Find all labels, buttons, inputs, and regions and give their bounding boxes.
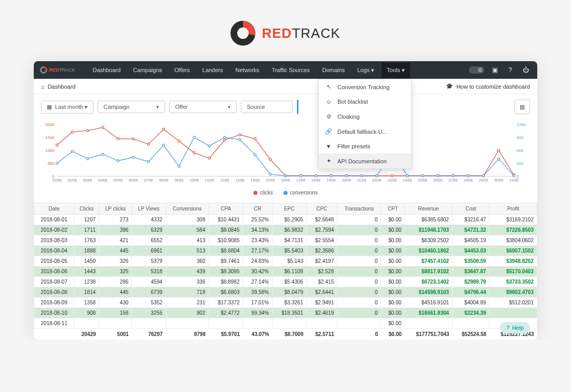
table-row[interactable]: 2018-08-0317634216552413$10.908523.43%$4…: [34, 235, 537, 246]
columns-button[interactable]: ▥: [514, 100, 530, 114]
logo-icon: [230, 21, 255, 46]
source-filter[interactable]: Source: [241, 101, 293, 113]
legend-dot-conversions: [283, 191, 288, 195]
tools-menu-api-documentation[interactable]: ✦API Documentation: [319, 153, 411, 169]
svg-text:900: 900: [516, 135, 524, 140]
campaign-filter[interactable]: Campaign▼: [98, 101, 165, 113]
svg-text:05/08: 05/08: [114, 178, 123, 182]
col-profit[interactable]: Profit: [490, 203, 537, 215]
col-transactions[interactable]: Transactions: [337, 203, 381, 215]
svg-point-50: [178, 140, 180, 142]
col-clicks[interactable]: Clicks: [74, 203, 99, 215]
col-conversions[interactable]: Conversions: [166, 203, 209, 215]
tools-menu-bot-blacklist[interactable]: ☺Bot blacklist: [319, 94, 411, 109]
chart-legend: clicks conversions: [41, 188, 530, 198]
svg-point-49: [162, 128, 165, 130]
table-row[interactable]: 2018-08-0712382864594336$8.898227.14%$5.…: [34, 277, 537, 287]
svg-point-48: [147, 143, 149, 145]
table-row[interactable]: 2018-08-0418884456961513$8.680427.17%$5.…: [34, 246, 537, 256]
nav-item-logs-[interactable]: Logs ▾: [352, 63, 379, 78]
nav-item-tools-[interactable]: Tools ▾: [382, 63, 410, 78]
nav-item-campaigns[interactable]: Campaigns: [128, 63, 167, 78]
col-cost[interactable]: Cost: [452, 203, 489, 215]
offer-filter[interactable]: Offer▼: [169, 101, 237, 113]
tools-menu-filter-presets[interactable]: ▼Filter presets: [319, 139, 411, 153]
svg-point-43: [71, 131, 73, 133]
table-row[interactable]: 2018-08-0112072734332308$10.443125.52%$5…: [34, 215, 537, 225]
date-filter[interactable]: ▦ Last month ▾: [41, 101, 93, 114]
svg-text:1500: 1500: [45, 135, 55, 140]
data-table: DateClicksLP clicksLP ViewsConversionsCP…: [34, 203, 537, 340]
col-cpa[interactable]: CPA: [209, 203, 243, 215]
nav-brand[interactable]: REDTRACK: [40, 66, 75, 74]
help-button[interactable]: ? Help: [500, 322, 530, 333]
svg-text:03/08: 03/08: [83, 178, 92, 182]
nav-item-domains[interactable]: Domains: [317, 63, 350, 78]
user-pill[interactable]: ⚙: [469, 66, 484, 74]
svg-text:1000: 1000: [45, 148, 55, 153]
col-lp-clicks[interactable]: LP clicks: [99, 203, 132, 215]
svg-text:30/08: 30/08: [494, 178, 504, 182]
block-icon: ⊘: [325, 113, 332, 120]
svg-text:08/08: 08/08: [159, 178, 169, 182]
app-window: REDTRACK DashboardCampaignsOffersLanders…: [34, 61, 537, 340]
nav-item-traffic-sources[interactable]: Traffic Sources: [266, 63, 315, 78]
svg-point-102: [497, 158, 499, 160]
svg-point-74: [71, 150, 73, 152]
logo-red-text: RED: [262, 25, 292, 41]
svg-point-101: [482, 175, 484, 177]
nav-item-landers[interactable]: Landers: [197, 63, 228, 78]
svg-text:19/08: 19/08: [327, 178, 336, 182]
svg-point-54: [239, 134, 241, 136]
col-cpc[interactable]: CPC: [306, 203, 337, 215]
breadcrumb[interactable]: Dashboard: [48, 83, 76, 90]
table-row[interactable]: 2018-08-0818144456739718$6.680339.58%$8.…: [34, 287, 537, 298]
svg-text:2000: 2000: [45, 122, 55, 127]
bot-icon: ☺: [325, 99, 332, 105]
tools-menu-default-fallback-u-[interactable]: 🔗Default fallback-U...: [319, 124, 411, 139]
cursor-icon: ↖: [325, 83, 332, 90]
svg-point-71: [497, 149, 499, 151]
col-cr[interactable]: CR: [243, 203, 273, 215]
svg-point-94: [376, 175, 378, 177]
svg-point-89: [300, 175, 302, 177]
rss-icon[interactable]: ▣: [490, 65, 500, 75]
col-epc[interactable]: EPC: [273, 203, 307, 215]
filter-icon: ▼: [325, 143, 332, 149]
svg-text:24/08: 24/08: [403, 178, 412, 182]
calendar-icon: ▦: [47, 104, 52, 110]
logo-dark-text: TRACK: [292, 25, 340, 41]
svg-point-73: [56, 162, 58, 164]
svg-point-79: [147, 160, 149, 162]
nav-item-dashboard[interactable]: Dashboard: [88, 63, 126, 78]
svg-text:26/08: 26/08: [433, 178, 443, 182]
table-row[interactable]: 2018-08-0614433255318439$8.309530.42%$6.…: [34, 267, 537, 277]
col-date[interactable]: Date: [34, 203, 74, 215]
svg-text:600: 600: [516, 148, 524, 153]
table-row[interactable]: 2018-08-0514503265379360$9.746124.83%$5.…: [34, 256, 537, 267]
table-row[interactable]: 2018-08-0913584305352231$17.337217.01%$3…: [34, 298, 537, 308]
table-row[interactable]: 2018-08-109081583255902$2.477299.34%$18.…: [34, 308, 537, 318]
col-revenue[interactable]: Revenue: [405, 203, 453, 215]
power-icon[interactable]: ⏻: [521, 65, 531, 75]
svg-text:300: 300: [516, 161, 524, 166]
nav-item-offers[interactable]: Offers: [169, 63, 195, 78]
svg-point-64: [391, 175, 393, 177]
tools-menu-cloaking[interactable]: ⊘Cloaking: [319, 109, 411, 124]
svg-point-77: [117, 160, 119, 162]
tools-menu-conversion-tracking[interactable]: ↖Conversion Tracking: [319, 79, 411, 94]
help-icon[interactable]: ?: [505, 65, 515, 75]
svg-text:25/08: 25/08: [418, 178, 427, 182]
customize-link[interactable]: 🎓 How to customize dashboard: [446, 83, 530, 90]
svg-text:16/08: 16/08: [281, 178, 290, 182]
col-cpt[interactable]: CPT: [381, 203, 405, 215]
table-row[interactable]: 2018-08-11$0.00: [34, 318, 537, 329]
svg-text:09/08: 09/08: [174, 178, 184, 182]
svg-point-87: [269, 173, 271, 175]
nav-item-networks[interactable]: Networks: [230, 63, 265, 78]
table-row[interactable]: 2018-08-0217113966329584$8.084534.13%$6.…: [34, 225, 537, 235]
apply-button-edge[interactable]: [297, 100, 298, 114]
col-lp-views[interactable]: LP Views: [132, 203, 166, 215]
svg-text:14/08: 14/08: [251, 178, 260, 182]
gear-icon: ⚙: [478, 67, 483, 74]
